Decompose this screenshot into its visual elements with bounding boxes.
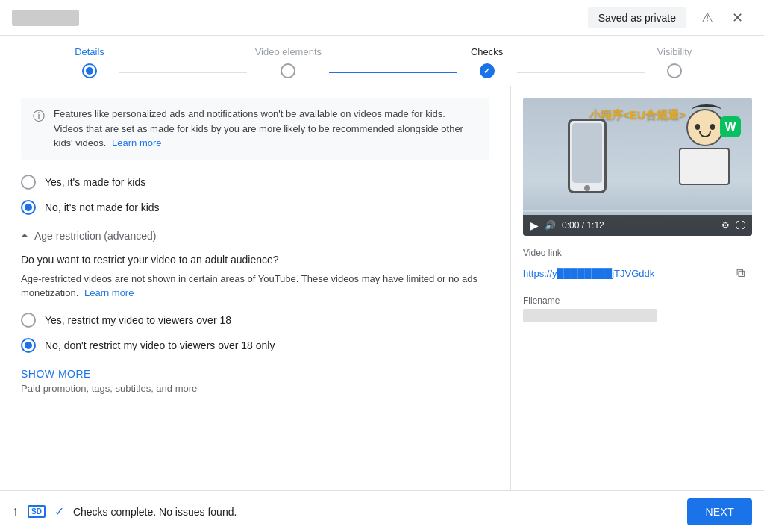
step-visibility-circle bbox=[667, 63, 682, 78]
video-link-label: Video link bbox=[523, 248, 752, 258]
age-restriction-section: Do you want to restrict your video to an… bbox=[21, 254, 489, 353]
radio-age-yes bbox=[21, 313, 36, 328]
age-option-no[interactable]: No, don't restrict my video to viewers o… bbox=[21, 338, 489, 353]
age-option-yes[interactable]: Yes, restrict my video to viewers over 1… bbox=[21, 313, 489, 328]
phone-illustration bbox=[568, 119, 607, 193]
connector-2 bbox=[329, 72, 457, 73]
step-checks-circle: ✓ bbox=[480, 63, 495, 78]
kids-option-yes[interactable]: No, it's not made for kids bbox=[21, 200, 489, 215]
info-learn-more-link[interactable]: Learn more bbox=[112, 137, 161, 148]
filename-section: Filename bbox=[523, 295, 752, 322]
checks-status-text: Checks complete. No issues found. bbox=[73, 506, 237, 518]
next-button[interactable]: NEXT bbox=[687, 498, 752, 525]
copy-icon: ⧉ bbox=[736, 266, 745, 280]
kids-option-no[interactable]: Yes, it's made for kids bbox=[21, 175, 489, 190]
connector-3 bbox=[517, 72, 645, 73]
age-learn-more-link[interactable]: Learn more bbox=[84, 287, 134, 298]
content: ⓘ Features like personalized ads and not… bbox=[0, 86, 764, 490]
age-description: Age-restricted videos are not shown in c… bbox=[21, 272, 489, 301]
step-video-elements-label: Video elements bbox=[255, 46, 322, 57]
footer: ↑ SD ✓ Checks complete. No issues found.… bbox=[0, 490, 764, 532]
check-icon: ✓ bbox=[483, 66, 490, 76]
step-checks-label: Checks bbox=[471, 46, 503, 57]
settings-button[interactable]: ⚙ bbox=[721, 220, 730, 231]
notification-button[interactable]: ⚠ bbox=[692, 3, 722, 33]
saved-as-private-button[interactable]: Saved as private bbox=[588, 7, 686, 28]
show-more-subtitle: Paid promotion, tags, subtitles, and mor… bbox=[21, 383, 489, 394]
step-video-elements[interactable]: Video elements bbox=[247, 46, 329, 78]
radio-yes-kids bbox=[21, 175, 36, 190]
close-icon: ✕ bbox=[732, 10, 743, 26]
info-box: ⓘ Features like personalized ads and not… bbox=[21, 98, 489, 160]
step-video-elements-circle bbox=[281, 63, 295, 78]
show-more-button[interactable]: SHOW MORE bbox=[21, 368, 489, 380]
copy-link-button[interactable]: ⧉ bbox=[728, 261, 752, 285]
upload-icon: ↑ bbox=[12, 504, 19, 519]
video-link-section: Video link https://y████████jTJVGddk ⧉ bbox=[523, 248, 752, 285]
step-details-circle bbox=[82, 63, 97, 78]
step-details-label: Details bbox=[75, 46, 104, 57]
volume-button[interactable]: 🔊 bbox=[545, 220, 556, 231]
age-question: Do you want to restrict your video to an… bbox=[21, 254, 489, 266]
logo bbox=[12, 10, 79, 26]
filename-value bbox=[523, 309, 657, 322]
stepper: Details Video elements Checks ✓ Visibili… bbox=[0, 36, 764, 86]
left-panel: ⓘ Features like personalized ads and not… bbox=[0, 86, 510, 490]
video-controls: ▶ 🔊 0:00 / 1:12 ⚙ ⛶ bbox=[523, 215, 752, 236]
age-restriction-label: Age restriction (advanced) bbox=[34, 230, 156, 242]
connector-1 bbox=[119, 72, 247, 73]
close-button[interactable]: ✕ bbox=[722, 3, 752, 33]
fullscreen-button[interactable]: ⛶ bbox=[736, 220, 745, 231]
age-restriction-toggle[interactable]: Age restriction (advanced) bbox=[21, 230, 489, 242]
right-panel: 小程序<EU合规通> bbox=[510, 86, 764, 490]
radio-age-no bbox=[21, 338, 36, 353]
play-button[interactable]: ▶ bbox=[530, 219, 539, 231]
bell-icon: ⚠ bbox=[701, 10, 713, 26]
header: Saved as private ⚠ ✕ bbox=[0, 0, 764, 36]
filename-label: Filename bbox=[523, 295, 752, 306]
time-display: 0:00 / 1:12 bbox=[562, 220, 716, 231]
checks-complete-icon: ✓ bbox=[54, 504, 64, 519]
sd-badge: SD bbox=[28, 505, 46, 518]
chevron-up-icon bbox=[21, 234, 28, 237]
video-thumbnail: 小程序<EU合规通> bbox=[523, 98, 752, 236]
step-visibility-label: Visibility bbox=[657, 46, 692, 57]
step-visibility[interactable]: Visibility bbox=[645, 46, 704, 78]
info-icon: ⓘ bbox=[33, 107, 45, 151]
video-link-url[interactable]: https://y████████jTJVGddk bbox=[523, 268, 724, 279]
radio-no-kids bbox=[21, 200, 36, 215]
character-illustration: W bbox=[679, 109, 730, 185]
info-text: Features like personalized ads and notif… bbox=[54, 107, 478, 151]
step-checks[interactable]: Checks ✓ bbox=[457, 46, 517, 78]
step-details[interactable]: Details bbox=[60, 46, 119, 78]
video-progress-bar[interactable] bbox=[523, 210, 752, 212]
